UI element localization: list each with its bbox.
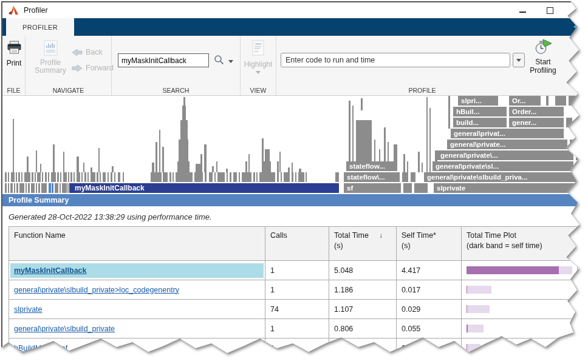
flame-box[interactable]: build... (453, 118, 507, 127)
run-code-dropdown-button[interactable] (513, 53, 525, 67)
flame-bar (179, 140, 188, 161)
flame-bar (227, 172, 228, 182)
flame-bar (177, 161, 190, 172)
flame-box[interactable]: slpri... (458, 96, 498, 106)
screenshot-root: Profiler PROFILER Print FILE (0, 0, 588, 364)
flame-bar (384, 127, 386, 161)
flame-bar (183, 97, 185, 106)
flame-bar (566, 118, 572, 127)
function-link[interactable]: general\private\slbuild_private (14, 325, 115, 333)
start-profiling-label: Start Profiling (524, 58, 562, 75)
search-input[interactable] (118, 53, 209, 67)
flame-bar (48, 172, 49, 182)
total-time-cell: 0.675 (329, 339, 397, 358)
flame-box[interactable]: Or... (509, 96, 541, 106)
flame-bar (292, 163, 293, 172)
flame-bar (68, 172, 69, 182)
flame-bar (81, 172, 83, 182)
flame-box[interactable]: Order... (509, 107, 564, 116)
flame-bar (216, 161, 217, 172)
total-time-plot-cell (462, 319, 578, 339)
row-highlight: myMaskInitCallback (10, 263, 264, 278)
search-icon[interactable] (214, 55, 224, 65)
start-profiling-button[interactable]: Start Profiling (524, 39, 562, 75)
function-link[interactable]: general\private\slbuild_private>loc_code… (14, 286, 179, 294)
flame-bar (63, 152, 64, 172)
total-time-band (467, 344, 480, 352)
time-plot-bar (467, 344, 572, 352)
flame-bar (349, 101, 350, 161)
flame-bar (24, 172, 30, 182)
function-link[interactable]: myMaskInitCallback (14, 266, 87, 275)
flame-bar (388, 142, 389, 161)
flame-bar (77, 157, 79, 172)
flame-bar (298, 172, 304, 182)
flame-bar (32, 172, 33, 182)
maximize-button[interactable] (545, 5, 555, 15)
flame-bar (16, 172, 17, 182)
flame-box[interactable]: general\private\slbuild_priva... (424, 172, 579, 182)
flame-bar (36, 150, 37, 172)
column-header-total-time[interactable]: Total Time↓ (s) (329, 227, 397, 261)
function-name-cell: hBuildModelRef (9, 339, 265, 358)
flame-bar (63, 172, 67, 182)
flame-box-selected[interactable]: myMaskInitCallback (69, 183, 339, 193)
total-time-plot-cell (462, 280, 578, 300)
flame-bar (173, 172, 174, 182)
flame-bar (10, 183, 13, 193)
table-row: myMaskInitCallback15.0484.417 (9, 261, 578, 280)
flame-bar (55, 183, 58, 193)
function-name-cell: general\private\slbuild_private>loc_code… (9, 280, 265, 300)
search-options-caret[interactable] (228, 60, 233, 63)
flame-box[interactable]: stateflow... (346, 161, 397, 171)
column-header-self-time[interactable]: Self Time* (s) (397, 227, 462, 261)
flame-box[interactable]: general\private... (447, 140, 567, 149)
profile-summary-label: Profile Summary (32, 59, 69, 75)
flame-box[interactable]: general\privat... (451, 129, 564, 138)
flame-bar (374, 140, 375, 161)
flame-bar (60, 172, 61, 182)
total-time-cell: 1.186 (329, 280, 397, 300)
flame-box[interactable]: sf (344, 183, 401, 193)
sort-descending-icon[interactable]: ↓ (379, 231, 383, 240)
flame-box[interactable]: gener... (509, 118, 564, 127)
flame-bar (352, 106, 354, 161)
flame-box[interactable]: stateflow\... (344, 172, 400, 182)
flame-bar (35, 172, 36, 182)
flame-bar (11, 172, 15, 182)
flame-box[interactable]: general\private\sl... (432, 161, 573, 171)
section-label-profile: PROFILE (276, 87, 568, 94)
flame-bar (49, 183, 51, 193)
calls-cell: 74 (265, 300, 329, 319)
run-code-input[interactable] (281, 53, 510, 67)
column-header-total-time-plot[interactable]: Total Time Plot (dark band = self time) (462, 227, 578, 261)
flame-bar (152, 163, 154, 172)
self-time-cell: 0.017 (397, 280, 462, 300)
time-plot-bar (467, 305, 572, 313)
flame-bar (70, 172, 72, 182)
flame-box[interactable]: hBuil... (453, 107, 507, 116)
flame-bar (356, 120, 372, 161)
flame-bar (281, 172, 282, 182)
start-profiling-icon (534, 39, 553, 55)
tab-profiler[interactable]: PROFILER (6, 18, 74, 36)
flame-bar (335, 172, 339, 182)
self-time-cell: 4.417 (397, 261, 462, 280)
flame-bar (379, 149, 380, 161)
section-label-navigate: NAVIGATE (26, 87, 111, 94)
flame-box[interactable]: slprivate (434, 183, 579, 193)
column-header-function-name[interactable]: Function Name (9, 227, 265, 261)
minimize-button[interactable] (518, 5, 527, 15)
table-header-row: Function Name Calls Total Time↓ (s) Self… (9, 227, 578, 261)
function-link[interactable]: slprivate (14, 305, 43, 314)
back-label: Back (86, 48, 103, 56)
flame-bar (13, 119, 14, 172)
flame-box[interactable]: general\private\... (437, 150, 573, 160)
print-button[interactable]: Print (4, 41, 24, 67)
flame-bar (26, 183, 27, 193)
flame-bar (19, 183, 24, 193)
flame-bar (277, 161, 279, 172)
column-header-calls[interactable]: Calls (265, 227, 329, 261)
total-time-plot-cell (462, 261, 578, 280)
function-link[interactable]: hBuildModelRef (14, 344, 67, 352)
